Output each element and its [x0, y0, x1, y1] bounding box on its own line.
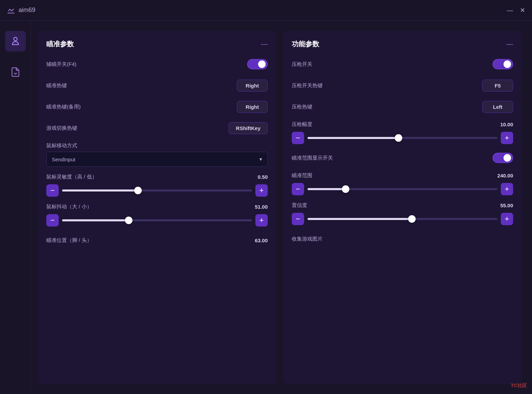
aim-position-value: 63.00 — [255, 237, 268, 243]
window-controls: — ✕ — [507, 7, 525, 13]
aim-switch-toggle[interactable] — [247, 59, 268, 69]
file-icon — [10, 67, 21, 77]
confidence-label: 置信度 — [292, 202, 307, 209]
recoil-switch-label: 压枪开关 — [292, 61, 312, 68]
recoil-amplitude-fill — [308, 137, 398, 139]
jitter-track[interactable] — [62, 219, 252, 221]
jitter-decrease-button[interactable]: − — [46, 214, 59, 227]
recoil-key-label: 压枪热键 — [292, 104, 312, 110]
recoil-amplitude-header: 压枪幅度 10.00 — [292, 121, 513, 128]
sensitivity-header: 鼠标灵敏度（高 / 低） 0.50 — [46, 174, 268, 180]
sensitivity-thumb[interactable] — [134, 187, 142, 194]
aim-range-value: 240.00 — [497, 173, 513, 178]
jitter-header: 鼠标抖动（大 / 小） 51.00 — [46, 204, 268, 210]
mouse-move-label: 鼠标移动方式 — [46, 142, 77, 148]
recoil-amplitude-value: 10.00 — [500, 121, 513, 127]
sidebar — [0, 21, 31, 394]
sensitivity-track[interactable] — [62, 189, 252, 192]
app-title: aim69 — [19, 7, 35, 14]
game-switch-hotkey-row: 游戏切换热键 RShiftKey — [46, 121, 268, 135]
right-panel-collapse[interactable]: — — [506, 40, 513, 48]
aim-hotkey-button[interactable]: Right — [237, 80, 268, 92]
confidence-value: 55.00 — [500, 202, 513, 208]
mouse-move-label-row: 鼠标移动方式 — [46, 142, 268, 149]
sensitivity-value: 0.50 — [258, 174, 268, 180]
sensitivity-slider-row: − + — [46, 184, 268, 197]
sensitivity-decrease-button[interactable]: − — [46, 184, 59, 197]
app-logo: aim69 — [7, 6, 35, 14]
right-panel: 功能参数 — 压枪开关 压枪开关热键 F5 压枪热键 Left — [283, 31, 522, 384]
recoil-amplitude-increase-button[interactable]: + — [501, 132, 513, 144]
recoil-amplitude-decrease-button[interactable]: − — [292, 132, 304, 144]
mouse-move-value: SendInput — [52, 157, 75, 162]
person-icon — [10, 36, 21, 46]
recoil-hotkey-button[interactable]: F5 — [482, 80, 513, 92]
aim-position-row: 瞄准位置（脚 / 头） 63.00 — [46, 233, 268, 247]
confidence-increase-button[interactable]: + — [501, 213, 513, 225]
aim-position-label: 瞄准位置（脚 / 头） — [46, 237, 92, 244]
jitter-increase-button[interactable]: + — [255, 214, 268, 227]
aim-range-label: 瞄准范围 — [292, 172, 312, 179]
minimize-button[interactable]: — — [507, 7, 513, 13]
jitter-value: 51.00 — [255, 204, 268, 210]
sidebar-item-file[interactable] — [5, 62, 26, 82]
jitter-thumb[interactable] — [125, 217, 132, 224]
main-layout: 瞄准参数 — 辅瞄开关(F4) 瞄准热键 Right 瞄准热键(备用) Righ… — [0, 21, 532, 394]
confidence-thumb[interactable] — [408, 215, 416, 223]
recoil-switch-toggle[interactable] — [493, 59, 513, 69]
recoil-amplitude-label: 压枪幅度 — [292, 121, 312, 128]
svg-line-4 — [15, 73, 17, 74]
game-switch-hotkey-label: 游戏切换热键 — [46, 125, 77, 131]
mouse-move-dropdown[interactable]: SendInput ▾ — [46, 152, 268, 167]
content-area: 瞄准参数 — 辅瞄开关(F4) 瞄准热键 Right 瞄准热键(备用) Righ… — [31, 21, 532, 394]
left-panel: 瞄准参数 — 辅瞄开关(F4) 瞄准热键 Right 瞄准热键(备用) Righ… — [38, 31, 276, 384]
watermark: TC社区 — [511, 383, 527, 389]
jitter-slider-row: − + — [46, 214, 268, 227]
aim-switch-knob — [258, 60, 266, 68]
aim-hotkey-alt-button[interactable]: Right — [237, 101, 268, 113]
confidence-fill — [308, 218, 412, 220]
aim-range-track[interactable] — [308, 188, 497, 190]
sidebar-item-person[interactable] — [5, 31, 26, 51]
aim-hotkey-alt-label: 瞄准热键(备用) — [46, 104, 81, 110]
recoil-switch-row: 压枪开关 — [292, 57, 513, 71]
aim-range-thumb[interactable] — [342, 185, 349, 193]
aim-switch-row: 辅瞄开关(F4) — [46, 57, 268, 71]
sensitivity-fill — [62, 189, 138, 192]
jitter-fill — [62, 219, 129, 221]
right-panel-title: 功能参数 — [292, 39, 319, 49]
collect-images-row: 收集游戏图片 — [292, 232, 513, 246]
left-panel-header: 瞄准参数 — — [46, 39, 268, 49]
recoil-key-button[interactable]: Left — [482, 101, 513, 113]
aim-range-fill — [308, 188, 346, 190]
confidence-decrease-button[interactable]: − — [292, 213, 304, 225]
logo-icon — [7, 6, 15, 14]
recoil-amplitude-slider-row: − + — [292, 132, 513, 144]
game-switch-hotkey-button[interactable]: RShiftKey — [229, 122, 268, 134]
aim-hotkey-label: 瞄准热键 — [46, 82, 67, 89]
right-panel-header: 功能参数 — — [292, 39, 513, 49]
aim-range-toggle-row: 瞄准范围显示开关 — [292, 151, 513, 165]
aim-range-slider-section: 瞄准范围 240.00 − + — [292, 172, 513, 195]
aim-range-decrease-button[interactable]: − — [292, 183, 304, 195]
recoil-hotkey-row: 压枪开关热键 F5 — [292, 79, 513, 92]
aim-hotkey-row: 瞄准热键 Right — [46, 79, 268, 92]
left-panel-collapse[interactable]: — — [261, 40, 268, 48]
title-bar: aim69 — ✕ — [0, 0, 532, 21]
aim-range-increase-button[interactable]: + — [501, 183, 513, 195]
jitter-slider-section: 鼠标抖动（大 / 小） 51.00 − + — [46, 204, 268, 227]
close-button[interactable]: ✕ — [520, 7, 525, 13]
recoil-amplitude-slider-section: 压枪幅度 10.00 − + — [292, 121, 513, 144]
confidence-track[interactable] — [308, 218, 497, 220]
confidence-slider-section: 置信度 55.00 − + — [292, 202, 513, 225]
confidence-slider-row: − + — [292, 213, 513, 225]
recoil-switch-knob — [504, 60, 511, 68]
sensitivity-label: 鼠标灵敏度（高 / 低） — [46, 174, 97, 180]
aim-range-toggle[interactable] — [493, 153, 513, 163]
recoil-amplitude-thumb[interactable] — [395, 134, 402, 142]
sensitivity-increase-button[interactable]: + — [255, 184, 268, 197]
recoil-amplitude-track[interactable] — [308, 137, 497, 139]
recoil-key-row: 压枪热键 Left — [292, 100, 513, 114]
jitter-label: 鼠标抖动（大 / 小） — [46, 204, 92, 210]
aim-switch-label: 辅瞄开关(F4) — [46, 61, 77, 68]
